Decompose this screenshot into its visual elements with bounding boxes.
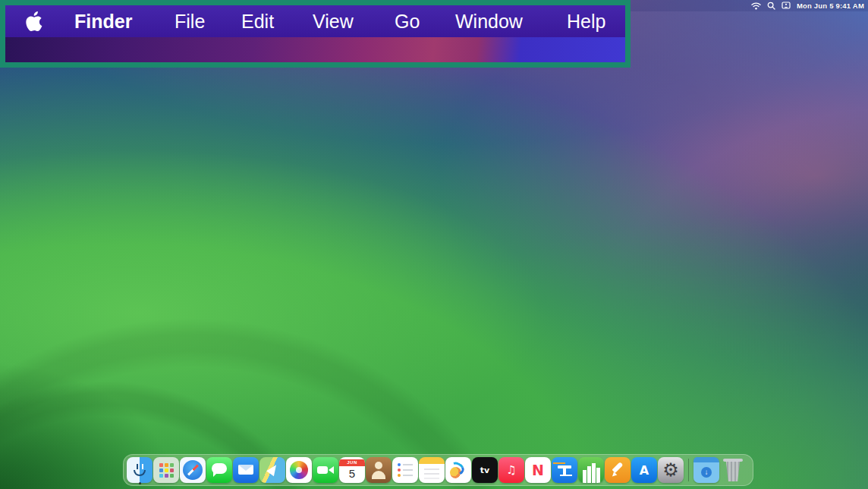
menu-item-window[interactable]: Window xyxy=(455,5,523,37)
status-area: Mon Jun 5 9:41 AM xyxy=(751,0,864,11)
dock-icon-mail[interactable] xyxy=(233,457,259,483)
desktop: Mon Jun 5 9:41 AM Finder File Edit View … xyxy=(0,0,868,489)
dock-icon-numbers[interactable] xyxy=(578,457,604,483)
calendar-day-label: 5 xyxy=(349,466,355,481)
menu-item-edit[interactable]: Edit xyxy=(241,5,274,37)
dock-icon-contacts[interactable] xyxy=(366,457,392,483)
menu-bar-magnified: Finder File Edit View Go Window Help xyxy=(5,5,625,37)
dock-icon-music[interactable]: ♫ xyxy=(498,457,524,483)
gear-icon: ⚙ xyxy=(662,457,679,483)
menu-item-go[interactable]: Go xyxy=(395,5,420,37)
dock-icon-maps[interactable] xyxy=(259,457,285,483)
menu-bar-clock[interactable]: Mon Jun 5 9:41 AM xyxy=(797,2,864,10)
menu-item-finder[interactable]: Finder xyxy=(74,5,132,37)
dock-icon-app-store[interactable]: A xyxy=(631,457,657,483)
dock-icon-launchpad[interactable] xyxy=(153,457,179,483)
dock-icon-system-settings[interactable]: ⚙ xyxy=(658,457,684,483)
dock-icon-tv[interactable]: tv xyxy=(472,457,498,483)
dock-icon-finder[interactable] xyxy=(127,457,153,483)
screen-sharing-icon[interactable] xyxy=(782,2,791,10)
news-glyph: N xyxy=(532,462,544,478)
app-store-glyph: A xyxy=(640,463,649,478)
music-note-glyph: ♫ xyxy=(506,463,516,477)
menu-item-help[interactable]: Help xyxy=(567,5,605,37)
wifi-icon[interactable] xyxy=(751,2,761,10)
spotlight-search-icon[interactable] xyxy=(767,2,775,10)
dock-icon-notes[interactable] xyxy=(419,457,445,483)
dock-icon-safari[interactable] xyxy=(180,457,206,483)
download-arrow-icon: ↓ xyxy=(701,467,712,478)
dock-icon-pages[interactable] xyxy=(605,457,631,483)
menu-item-view[interactable]: View xyxy=(313,5,354,37)
apple-menu-icon[interactable] xyxy=(25,10,45,36)
finder-running-indicator xyxy=(139,482,141,484)
magnified-wallpaper-band xyxy=(5,37,625,62)
dock-icon-reminders[interactable] xyxy=(392,457,418,483)
dock: JUN 5 tv ♫ N A ⚙ ↓ xyxy=(123,454,753,486)
dock-icon-messages[interactable] xyxy=(206,457,232,483)
calendar-month-label: JUN xyxy=(339,459,365,466)
dock-icon-freeform[interactable] xyxy=(445,457,471,483)
menu-bar-highlight-box: Finder File Edit View Go Window Help xyxy=(0,0,631,68)
wallpaper xyxy=(0,0,868,489)
menu-item-file[interactable]: File xyxy=(175,5,205,37)
dock-icon-photos[interactable] xyxy=(286,457,312,483)
dock-icon-downloads-folder[interactable]: ↓ xyxy=(693,457,719,483)
tv-glyph: tv xyxy=(480,465,489,475)
dock-divider xyxy=(688,459,689,481)
dock-icon-news[interactable]: N xyxy=(525,457,551,483)
dock-icon-trash[interactable] xyxy=(720,457,746,483)
dock-icon-facetime[interactable] xyxy=(313,457,338,483)
dock-icon-calendar[interactable]: JUN 5 xyxy=(339,457,365,483)
dock-icon-keynote[interactable] xyxy=(552,457,577,483)
